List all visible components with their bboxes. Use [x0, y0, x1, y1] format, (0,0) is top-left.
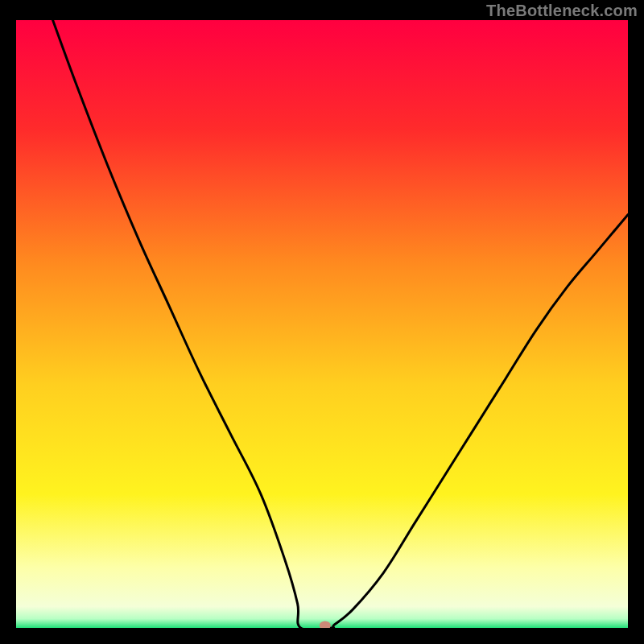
- marker-dot: [320, 621, 331, 629]
- plot-area: [16, 20, 628, 628]
- chart-frame: TheBottleneck.com: [0, 0, 644, 644]
- watermark-text: TheBottleneck.com: [486, 2, 638, 20]
- bottleneck-curve: [16, 20, 628, 628]
